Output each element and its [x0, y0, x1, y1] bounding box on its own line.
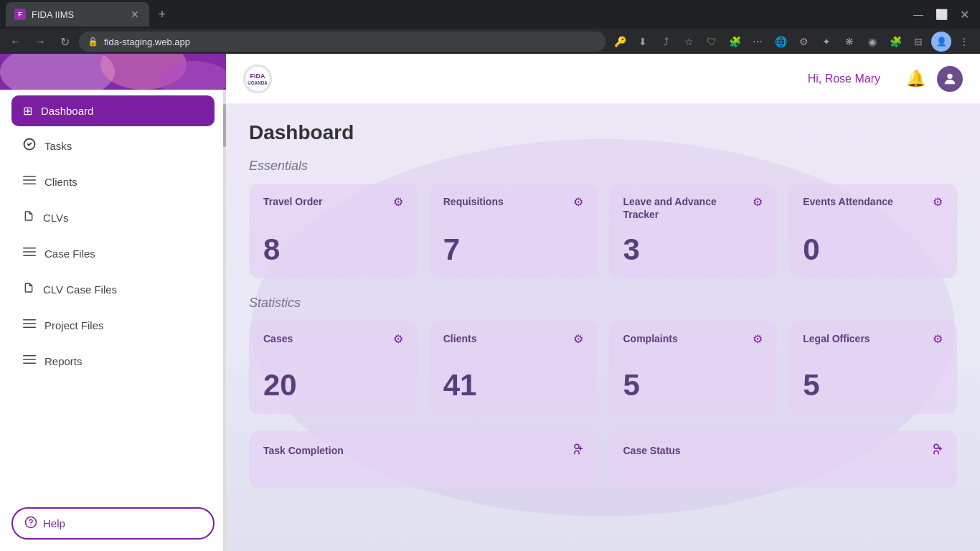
sidebar-item-label: Tasks	[44, 140, 72, 152]
task-completion-title: Task Completion	[263, 445, 344, 456]
card-settings-icon[interactable]: ⚙	[753, 332, 763, 346]
card-settings-icon[interactable]: ⚙	[753, 195, 763, 209]
svg-text:FIDA: FIDA	[250, 72, 265, 79]
task-completion-add-icon[interactable]	[570, 443, 583, 458]
extension-icon-1[interactable]: 🧩	[725, 32, 745, 52]
help-button[interactable]: Help	[11, 507, 215, 540]
bottom-cards-row: Task Completion Case Status	[249, 431, 957, 489]
extension-icon-4[interactable]: ⚙	[793, 32, 814, 52]
sidebar-item-tasks[interactable]: Tasks	[11, 129, 215, 162]
svg-rect-4	[0, 54, 226, 90]
requisitions-card: Requisitions ⚙ 7	[429, 184, 598, 278]
cases-card: Cases ⚙ 20	[249, 321, 418, 414]
svg-rect-15	[23, 355, 36, 357]
key-icon[interactable]: 🔑	[610, 32, 630, 52]
sidebar-item-reports[interactable]: Reports	[11, 344, 215, 377]
extension-icon-5[interactable]: ✦	[816, 32, 837, 52]
essentials-section-label: Essentials	[249, 159, 957, 174]
essentials-cards-grid: Travel Order ⚙ 8 Requisitions ⚙ 7 Leave …	[249, 184, 957, 278]
card-value: 5	[803, 357, 943, 402]
sidebar-item-label: Clients	[44, 176, 77, 188]
help-label: Help	[43, 517, 65, 529]
events-attendance-card: Events Attendance ⚙ 0	[788, 184, 957, 278]
extension-icon-7[interactable]: ◉	[862, 32, 882, 52]
help-icon	[24, 516, 37, 531]
back-button[interactable]: ←	[6, 32, 26, 52]
card-title: Cases	[263, 332, 293, 345]
download-icon[interactable]: ⬇	[633, 32, 653, 52]
shield-icon: 🛡	[702, 32, 722, 52]
sidebar-item-label: Case Files	[44, 248, 95, 260]
svg-rect-8	[23, 184, 36, 185]
card-settings-icon[interactable]: ⚙	[573, 332, 583, 346]
lock-icon: 🔒	[88, 37, 98, 47]
svg-rect-7	[23, 179, 36, 181]
svg-text:UGANDA: UGANDA	[248, 80, 268, 85]
split-screen-icon[interactable]: ⊟	[908, 32, 928, 52]
svg-point-27	[934, 445, 938, 449]
notification-bell-button[interactable]: 🔔	[906, 70, 925, 88]
main-area: FIDA UGANDA Hi, Rose Mary 🔔 Dashboard Es…	[226, 54, 980, 551]
card-value: 0	[803, 221, 943, 267]
clients-stat-card: Clients ⚙ 41	[429, 321, 598, 414]
statistics-cards-grid: Cases ⚙ 20 Clients ⚙ 41 Complaints ⚙	[249, 321, 957, 414]
clv-case-files-icon	[23, 281, 34, 297]
sidebar-navigation: ⊞ Dashboard Tasks Clients CLVs	[0, 90, 226, 501]
share-icon[interactable]: ⤴	[656, 32, 676, 52]
more-options-button[interactable]: ⋮	[954, 32, 974, 52]
bottom-card-header: Case Status	[623, 443, 943, 458]
forward-button[interactable]: →	[30, 32, 50, 52]
sidebar-item-project-files[interactable]: Project Files	[11, 309, 215, 342]
sidebar-item-dashboard[interactable]: ⊞ Dashboard	[11, 95, 215, 126]
extensions-puzzle[interactable]: 🧩	[885, 32, 905, 52]
card-value: 41	[443, 357, 583, 402]
svg-rect-6	[23, 176, 36, 177]
card-value: 20	[263, 357, 403, 402]
reports-icon	[23, 353, 36, 369]
extension-icon-3[interactable]: 🌐	[771, 32, 791, 52]
card-settings-icon[interactable]: ⚙	[933, 195, 943, 209]
reload-button[interactable]: ↻	[55, 32, 75, 52]
card-title: Complaints	[623, 332, 678, 345]
case-status-add-icon[interactable]	[930, 443, 943, 458]
user-avatar-button[interactable]	[937, 66, 963, 92]
leave-advance-tracker-card: Leave and Advance Tracker ⚙ 3	[609, 184, 778, 278]
bookmark-icon[interactable]: ☆	[679, 32, 699, 52]
maximize-button[interactable]: ⬜	[931, 4, 951, 24]
svg-rect-11	[23, 255, 36, 257]
svg-rect-12	[23, 319, 36, 321]
browser-tab[interactable]: F FIDA IIMS ✕	[6, 2, 149, 27]
tab-title: FIDA IIMS	[32, 9, 74, 20]
card-settings-icon[interactable]: ⚙	[933, 332, 943, 346]
card-settings-icon[interactable]: ⚙	[393, 195, 403, 209]
task-completion-card: Task Completion	[249, 431, 598, 489]
svg-rect-14	[23, 327, 36, 329]
card-value: 8	[263, 221, 403, 267]
card-header: Legal Officers ⚙	[803, 332, 943, 346]
dashboard-content: Dashboard Essentials Travel Order ⚙ 8 Re…	[226, 104, 980, 551]
card-header: Clients ⚙	[443, 332, 583, 346]
sidebar-item-clvs[interactable]: CLVs	[11, 201, 215, 234]
card-title: Requisitions	[443, 195, 504, 208]
sidebar-banner	[0, 54, 226, 90]
browser-profile-button[interactable]: 👤	[931, 32, 951, 52]
address-bar[interactable]: 🔒 fida-staging.web.app	[79, 32, 606, 52]
extension-icon-2[interactable]: ⋯	[748, 32, 768, 52]
sidebar-item-case-files[interactable]: Case Files	[11, 237, 215, 270]
close-browser-button[interactable]: ✕	[954, 4, 974, 24]
url-text: fida-staging.web.app	[104, 37, 190, 47]
travel-order-card: Travel Order ⚙ 8	[249, 184, 418, 278]
new-tab-button[interactable]: +	[152, 4, 172, 24]
tab-close-button[interactable]: ✕	[129, 9, 141, 20]
card-settings-icon[interactable]: ⚙	[393, 332, 403, 346]
sidebar-item-label: CLVs	[43, 212, 69, 224]
sidebar-item-label: CLV Case Files	[43, 283, 117, 296]
extension-icon-6[interactable]: ❋	[839, 32, 859, 52]
dashboard-icon: ⊞	[23, 104, 32, 118]
minimize-button[interactable]: —	[908, 4, 928, 24]
card-title: Clients	[443, 332, 477, 345]
sidebar-item-clients[interactable]: Clients	[11, 165, 215, 198]
bottom-card-header: Task Completion	[263, 443, 583, 458]
sidebar-item-clv-case-files[interactable]: CLV Case Files	[11, 273, 215, 306]
card-settings-icon[interactable]: ⚙	[573, 195, 583, 209]
